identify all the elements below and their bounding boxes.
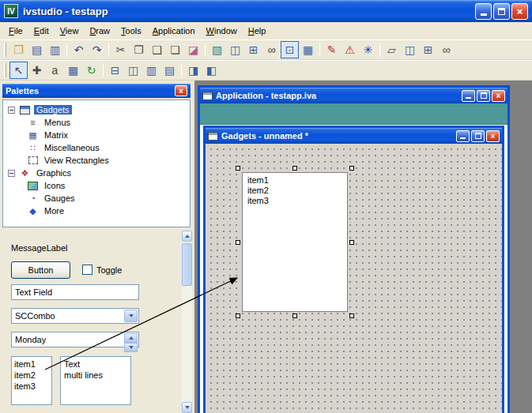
- scroll-down-button[interactable]: [182, 402, 192, 413]
- close-button[interactable]: ×: [486, 130, 500, 142]
- panel-grid-icon[interactable]: ◫: [226, 41, 244, 58]
- spinner-down-button[interactable]: [124, 343, 138, 352]
- image-icon[interactable]: ▧: [208, 41, 226, 58]
- maximize-button[interactable]: [477, 90, 490, 102]
- sample-textarea[interactable]: Text multi lines: [60, 356, 131, 405]
- design-canvas[interactable]: item1 item2 item3: [206, 144, 502, 413]
- combo-dropdown-button[interactable]: [124, 310, 138, 322]
- collapse-icon[interactable]: [8, 107, 15, 114]
- tree-item-menus[interactable]: ≡ Menus: [3, 116, 190, 129]
- menu-help[interactable]: Help: [243, 24, 272, 38]
- resize-handle[interactable]: [236, 166, 240, 171]
- palettes-close-button[interactable]: ×: [175, 85, 187, 96]
- select-icon[interactable]: ↖: [9, 62, 28, 79]
- menu-application[interactable]: Application: [147, 24, 201, 38]
- edit-icon[interactable]: ✎: [323, 41, 341, 58]
- list-item[interactable]: item1: [247, 175, 342, 186]
- close-button[interactable]: ×: [511, 3, 528, 20]
- tree-item-graphics[interactable]: ❖ Graphics: [3, 167, 190, 179]
- table-icon[interactable]: ▦: [299, 41, 317, 58]
- canvas-list-gadget[interactable]: item1 item2 item3: [242, 172, 348, 312]
- palette-scrollbar[interactable]: [182, 231, 192, 413]
- menu-edit[interactable]: Edit: [28, 24, 55, 38]
- scroll-up-button[interactable]: [182, 231, 192, 242]
- frame-icon[interactable]: ◧: [202, 62, 221, 79]
- maximize-button[interactable]: [471, 130, 485, 142]
- sample-toggle[interactable]: Toggle: [82, 265, 122, 275]
- panel-icon[interactable]: ◨: [184, 62, 202, 79]
- layout-icon[interactable]: ◫: [124, 62, 142, 79]
- minimize-button[interactable]: [462, 90, 475, 102]
- gadgets-window-titlebar[interactable]: Gadgets - unnamed * ×: [206, 128, 502, 144]
- maximize-button[interactable]: [493, 3, 510, 20]
- list-item[interactable]: item2: [247, 186, 342, 196]
- undo-icon[interactable]: ↶: [70, 41, 88, 58]
- refresh-icon[interactable]: ↻: [82, 62, 100, 79]
- list-item[interactable]: item3: [14, 381, 49, 392]
- label-icon[interactable]: a: [46, 62, 64, 79]
- tree-item-view-rectangles[interactable]: View Rectangles: [3, 154, 190, 167]
- minimize-button[interactable]: [475, 3, 492, 20]
- sample-text-field[interactable]: Text Field: [11, 284, 139, 300]
- list-item[interactable]: item3: [247, 196, 342, 206]
- menu-tools[interactable]: Tools: [115, 24, 147, 38]
- list-item[interactable]: item2: [14, 370, 49, 381]
- tree-item-gauges[interactable]: ◔ Gauges: [3, 192, 190, 205]
- list-item[interactable]: item1: [14, 359, 49, 370]
- resize-handle[interactable]: [349, 166, 354, 171]
- move-icon[interactable]: ✚: [28, 62, 46, 79]
- spinner-up-button[interactable]: [124, 333, 138, 343]
- toolbar-grip[interactable]: [4, 63, 6, 77]
- close-button[interactable]: ×: [492, 90, 505, 102]
- sample-listbox[interactable]: item1 item2 item3: [11, 356, 52, 405]
- browse-icon[interactable]: ∞: [437, 41, 455, 58]
- tree-icon[interactable]: ⊟: [106, 62, 124, 79]
- menu-file[interactable]: File: [3, 24, 28, 38]
- window-titlebar[interactable]: IV ivstudio - testapp ×: [0, 0, 532, 22]
- find-icon[interactable]: ∞: [262, 41, 281, 58]
- resize-handle[interactable]: [349, 240, 354, 245]
- resize-handle[interactable]: [292, 314, 297, 318]
- save-all-icon[interactable]: ▥: [46, 41, 64, 58]
- alert-icon[interactable]: ⚠: [341, 41, 359, 58]
- menu-window[interactable]: Window: [201, 24, 243, 38]
- save-icon[interactable]: ▤: [28, 41, 46, 58]
- sample-button[interactable]: Button: [11, 261, 70, 279]
- cascade-icon[interactable]: ◫: [401, 41, 419, 58]
- tree-item-matrix[interactable]: ▦ Matrix: [3, 129, 190, 141]
- menu-view[interactable]: View: [55, 24, 85, 38]
- zoom-grid-icon[interactable]: ⊡: [281, 41, 299, 58]
- tree-item-gadgets[interactable]: Gadgets: [3, 103, 190, 116]
- eraser-icon[interactable]: ◪: [184, 41, 202, 58]
- duplicate-icon[interactable]: ❏: [166, 41, 184, 58]
- application-window-titlebar[interactable]: Application - testapp.iva ×: [200, 88, 507, 103]
- sample-spinner[interactable]: Monday: [11, 332, 139, 347]
- scrollbar-thumb[interactable]: [182, 243, 192, 286]
- columns-icon[interactable]: ▥: [142, 62, 160, 79]
- shapes-icon[interactable]: ▱: [383, 41, 401, 58]
- resize-handle[interactable]: [236, 314, 240, 318]
- grid-icon[interactable]: ▦: [64, 62, 82, 79]
- resize-handle[interactable]: [236, 240, 240, 245]
- effects-icon[interactable]: ✳: [359, 41, 377, 58]
- menu-draw[interactable]: Draw: [84, 24, 115, 38]
- resize-handle[interactable]: [349, 314, 354, 318]
- redo-icon[interactable]: ↷: [88, 41, 106, 58]
- grid-plus-icon[interactable]: ⊞: [419, 41, 437, 58]
- palettes-titlebar[interactable]: Palettes ×: [2, 84, 191, 98]
- sample-message-label[interactable]: MessageLabel: [11, 243, 68, 253]
- minimize-button[interactable]: [456, 130, 470, 142]
- copy-icon[interactable]: ❐: [130, 41, 148, 58]
- collapse-icon[interactable]: [8, 170, 15, 177]
- open-icon[interactable]: ❒: [9, 41, 28, 58]
- tree-item-miscellaneous[interactable]: ∷ Miscellaneous: [3, 141, 190, 154]
- sample-combo[interactable]: SCCombo: [11, 308, 139, 324]
- window-grid-icon[interactable]: ⊞: [244, 41, 262, 58]
- toolbar-grip[interactable]: [4, 43, 6, 57]
- resize-handle[interactable]: [292, 166, 297, 171]
- checkbox-icon[interactable]: [82, 265, 92, 275]
- tree-item-more[interactable]: ◆ More: [3, 205, 190, 217]
- rows-icon[interactable]: ▤: [160, 62, 179, 79]
- tree-item-icons[interactable]: Icons: [3, 179, 190, 192]
- cut-icon[interactable]: ✂: [111, 41, 130, 58]
